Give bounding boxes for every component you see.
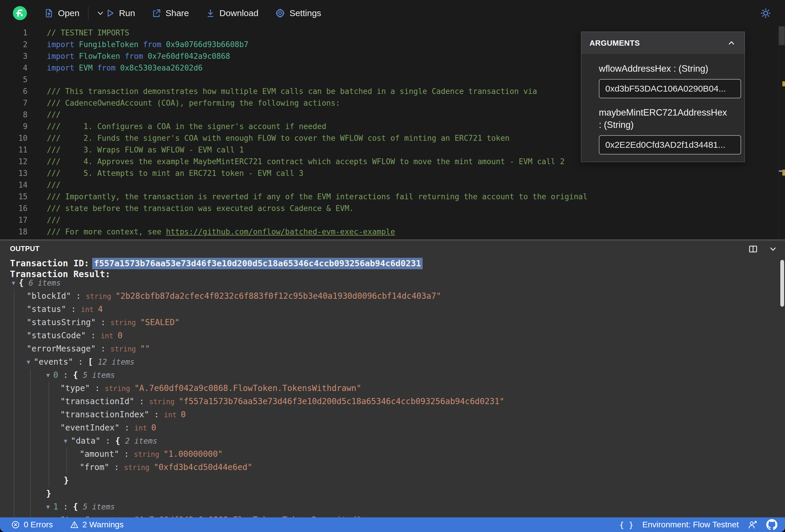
collapse-toggle-icon[interactable]: ▼ bbox=[64, 437, 71, 445]
line-number: 11 bbox=[0, 144, 29, 156]
arguments-panel-body: wflowAddressHex : (String) 0xd3bF53DAC10… bbox=[581, 54, 744, 154]
line-number: 3 bbox=[0, 50, 29, 62]
toolbar: Open Run Share Download bbox=[0, 0, 785, 26]
code-line: /// Importantly, the transaction is reve… bbox=[47, 191, 776, 203]
json-tree-row: "transactionId" : string "f557a1573b76aa… bbox=[60, 395, 504, 408]
run-button[interactable]: Run bbox=[105, 8, 135, 18]
wflow-address-input[interactable]: 0xd3bF53DAC106A0290B04... bbox=[599, 79, 741, 98]
json-tree-row: } bbox=[64, 474, 69, 487]
code-line: /// bbox=[47, 214, 776, 226]
github-icon[interactable] bbox=[766, 519, 777, 530]
download-label: Download bbox=[220, 8, 258, 18]
open-dropdown-chevron-icon[interactable] bbox=[96, 9, 105, 18]
json-tree: ▼{ 6 items"blockId" : string "2b28cbfb87… bbox=[0, 240, 785, 517]
line-number: 1 bbox=[0, 27, 29, 39]
open-label: Open bbox=[58, 8, 79, 18]
share-icon bbox=[151, 8, 161, 18]
indent-guide bbox=[30, 369, 31, 517]
environment-label[interactable]: Environment: Flow Testnet bbox=[642, 520, 739, 529]
settings-button[interactable]: Settings bbox=[275, 8, 321, 19]
line-number: 15 bbox=[0, 191, 29, 203]
json-tree-row: ▼{ 6 items bbox=[12, 276, 60, 289]
line-number: 9 bbox=[0, 121, 29, 132]
share-button[interactable]: Share bbox=[151, 8, 189, 18]
app-window: Open Run Share Download bbox=[0, 0, 785, 532]
line-number: 4 bbox=[0, 62, 29, 74]
flow-logo-icon bbox=[13, 6, 27, 20]
argument-label: maybeMintERC721AddressHex : (String) bbox=[599, 106, 728, 131]
open-file-icon bbox=[44, 8, 54, 18]
code-line: /// bbox=[47, 179, 776, 191]
code-line: /// For more context, see https://github… bbox=[47, 226, 776, 237]
json-tree-row: "statusCode" : int 0 bbox=[27, 329, 123, 342]
arguments-panel-header[interactable]: ARGUMENTS bbox=[581, 32, 744, 54]
line-number: 5 bbox=[0, 74, 29, 85]
indent-guide bbox=[49, 382, 49, 487]
json-tree-row: "transactionIndex" : int 0 bbox=[60, 408, 186, 421]
line-number: 7 bbox=[0, 97, 29, 109]
json-tree-row: "amount" : string "1.00000000" bbox=[80, 448, 223, 461]
line-number: 17 bbox=[0, 214, 29, 226]
run-label: Run bbox=[119, 8, 135, 18]
settings-gear-icon bbox=[275, 8, 285, 19]
editor-overview-ruler[interactable] bbox=[778, 26, 785, 239]
share-label: Share bbox=[166, 8, 189, 18]
warning-marker bbox=[782, 81, 785, 86]
code-line: /// state before the transaction was exe… bbox=[47, 203, 776, 214]
indent-guide bbox=[14, 290, 14, 517]
json-tree-row: "eventIndex" : int 0 bbox=[60, 421, 156, 434]
line-number: 8 bbox=[0, 109, 29, 121]
collapse-toggle-icon[interactable]: ▼ bbox=[27, 358, 34, 365]
collapse-toggle-icon[interactable]: ▼ bbox=[46, 503, 53, 510]
theme-toggle-sun-icon[interactable] bbox=[760, 7, 771, 19]
feedback-person-icon[interactable] bbox=[748, 520, 758, 530]
json-tree-row: ▼"events" : [ 12 items bbox=[27, 355, 134, 369]
line-number: 13 bbox=[0, 168, 29, 179]
collapse-toggle-icon[interactable]: ▼ bbox=[46, 372, 53, 379]
collapse-toggle-icon[interactable]: ▼ bbox=[12, 279, 19, 286]
json-tree-row: "statusString" : string "SEALED" bbox=[27, 316, 180, 329]
open-button[interactable]: Open bbox=[44, 8, 79, 18]
line-number: 12 bbox=[0, 156, 29, 168]
indent-guide bbox=[67, 448, 67, 474]
toolbar-separator bbox=[88, 6, 88, 20]
warnings-count: 2 Warnings bbox=[82, 520, 124, 529]
line-number-gutter: 123456789101112131415161718 bbox=[0, 27, 29, 237]
line-number: 6 bbox=[0, 85, 29, 97]
json-tree-row: "status" : int 4 bbox=[27, 303, 103, 316]
output-scrollbar-thumb[interactable] bbox=[780, 260, 784, 307]
comment-link[interactable]: https://github.com/onflow/batched-evm-ex… bbox=[166, 227, 395, 236]
error-circle-icon bbox=[11, 520, 20, 529]
line-number: 2 bbox=[0, 39, 29, 50]
line-number: 16 bbox=[0, 203, 29, 214]
line-number: 14 bbox=[0, 179, 29, 191]
json-tree-row: } bbox=[46, 487, 51, 500]
line-number: 18 bbox=[0, 226, 29, 237]
json-tree-row: "type" : string "A.7e60df042a9c0868.Flow… bbox=[60, 382, 361, 395]
json-tree-row: "from" : string "0xfd3b4cd50d44e6ed" bbox=[80, 461, 252, 474]
code-braces-icon: { } bbox=[619, 520, 634, 529]
ruler-position-marker bbox=[779, 170, 784, 172]
errors-count: 0 Errors bbox=[24, 520, 53, 529]
json-tree-row: ▼"data" : { 2 items bbox=[64, 434, 157, 448]
collapse-panel-chevron-up-icon[interactable] bbox=[727, 39, 736, 47]
run-icon bbox=[105, 8, 115, 18]
arguments-title: ARGUMENTS bbox=[589, 39, 640, 48]
errors-status[interactable]: 0 Errors bbox=[11, 520, 53, 529]
arguments-panel: ARGUMENTS wflowAddressHex : (String) 0xd… bbox=[581, 32, 745, 162]
editor-scrollbar-thumb[interactable] bbox=[779, 26, 785, 45]
download-button[interactable]: Download bbox=[205, 8, 258, 18]
code-line: /// 5. Attempts to mint an ERC721 token … bbox=[47, 168, 776, 179]
json-tree-row: "errorMessage" : string "" bbox=[27, 342, 150, 355]
status-bar: 0 Errors 2 Warnings { } Environment: Flo… bbox=[0, 517, 785, 532]
json-tree-row: "type" : string "A.7e60df042a9c0868.Flow… bbox=[60, 513, 361, 517]
download-icon bbox=[205, 8, 216, 18]
json-tree-row: ▼1 : { 5 items bbox=[46, 500, 115, 513]
settings-label: Settings bbox=[289, 8, 321, 18]
warning-triangle-icon bbox=[70, 520, 79, 529]
maybe-mint-erc721-address-input[interactable]: 0x2E2Ed0Cfd3AD2f1d34481... bbox=[599, 135, 741, 154]
output-panel: OUTPUT Transaction ID:f557a1573b76aa53e7… bbox=[0, 240, 785, 517]
warnings-status[interactable]: 2 Warnings bbox=[70, 520, 124, 529]
json-tree-row: ▼0 : { 5 items bbox=[46, 369, 115, 382]
line-number: 10 bbox=[0, 132, 29, 144]
